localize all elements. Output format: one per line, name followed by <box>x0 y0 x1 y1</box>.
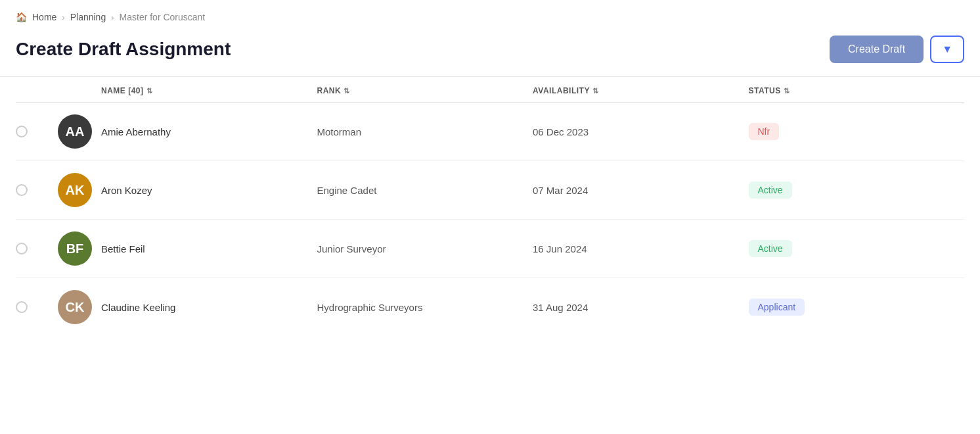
avatar-cell-4: CK <box>49 290 101 324</box>
availability-cell-2: 07 Mar 2024 <box>533 185 749 196</box>
home-icon: 🏠 <box>16 12 27 22</box>
avatar-2: AK <box>58 173 92 207</box>
sort-status-icon[interactable]: ⇅ <box>784 87 790 95</box>
row-checkbox-3[interactable] <box>16 243 49 254</box>
col-checkbox <box>16 86 49 95</box>
name-cell-1: Amie Abernathy <box>101 126 317 137</box>
crew-table: NAME [40] ⇅ RANK ⇅ AVAILABILITY ⇅ STATUS… <box>0 77 980 336</box>
availability-cell-4: 31 Aug 2024 <box>533 302 749 313</box>
col-availability: AVAILABILITY ⇅ <box>533 86 749 95</box>
breadcrumb-sep-1: › <box>62 12 64 22</box>
table-row: BF Bettie Feil Junior Surveyor 16 Jun 20… <box>16 220 964 278</box>
col-status: STATUS ⇅ <box>749 86 965 95</box>
avatar-4: CK <box>58 290 92 324</box>
rank-cell-2: Engine Cadet <box>317 185 533 196</box>
table-header: NAME [40] ⇅ RANK ⇅ AVAILABILITY ⇅ STATUS… <box>16 77 964 103</box>
avatar-3: BF <box>58 231 92 266</box>
col-rank: RANK ⇅ <box>317 86 533 95</box>
header-actions: Create Draft ▼ <box>830 36 964 63</box>
breadcrumb: 🏠 Home › Planning › Master for Coruscant <box>0 0 980 29</box>
table-row: AA Amie Abernathy Motorman 06 Dec 2023 N… <box>16 103 964 161</box>
status-cell-2: Active <box>749 181 965 199</box>
breadcrumb-home[interactable]: Home <box>32 12 56 22</box>
sort-availability-icon[interactable]: ⇅ <box>592 87 599 95</box>
name-cell-4: Claudine Keeling <box>101 302 317 313</box>
checkbox-3[interactable] <box>16 243 28 254</box>
rank-cell-3: Junior Surveyor <box>317 243 533 254</box>
status-badge-1: Nfr <box>749 123 780 140</box>
breadcrumb-planning[interactable]: Planning <box>70 12 106 22</box>
table-body: AA Amie Abernathy Motorman 06 Dec 2023 N… <box>16 103 964 336</box>
avatar-cell-2: AK <box>49 173 101 207</box>
table-row: AK Aron Kozey Engine Cadet 07 Mar 2024 A… <box>16 161 964 220</box>
sort-name-icon[interactable]: ⇅ <box>146 87 153 95</box>
status-cell-1: Nfr <box>749 123 965 140</box>
create-draft-button[interactable]: Create Draft <box>830 36 924 63</box>
checkbox-2[interactable] <box>16 184 28 196</box>
table-row: CK Claudine Keeling Hydrographic Surveyo… <box>16 278 964 336</box>
name-cell-2: Aron Kozey <box>101 185 317 196</box>
checkbox-1[interactable] <box>16 126 28 137</box>
status-cell-4: Applicant <box>749 299 965 316</box>
row-checkbox-2[interactable] <box>16 184 49 196</box>
avatar-cell-1: AA <box>49 114 101 149</box>
col-avatar <box>49 86 101 95</box>
avatar-1: AA <box>58 114 92 149</box>
status-badge-4: Applicant <box>749 299 805 316</box>
sort-rank-icon[interactable]: ⇅ <box>344 87 350 95</box>
status-badge-2: Active <box>749 181 792 199</box>
status-badge-3: Active <box>749 240 792 257</box>
rank-cell-4: Hydrographic Surveyors <box>317 302 533 313</box>
filter-button[interactable]: ▼ <box>930 36 964 63</box>
page-title: Create Draft Assignment <box>16 39 231 60</box>
row-checkbox-1[interactable] <box>16 126 49 137</box>
breadcrumb-current: Master for Coruscant <box>120 12 206 22</box>
page-header: Create Draft Assignment Create Draft ▼ <box>0 29 980 76</box>
availability-cell-1: 06 Dec 2023 <box>533 126 749 137</box>
col-name: NAME [40] ⇅ <box>101 86 317 95</box>
filter-icon: ▼ <box>942 43 952 55</box>
name-cell-3: Bettie Feil <box>101 243 317 254</box>
checkbox-4[interactable] <box>16 301 28 313</box>
breadcrumb-sep-2: › <box>111 12 114 22</box>
rank-cell-1: Motorman <box>317 126 533 137</box>
row-checkbox-4[interactable] <box>16 301 49 313</box>
status-cell-3: Active <box>749 240 965 257</box>
avatar-cell-3: BF <box>49 231 101 266</box>
availability-cell-3: 16 Jun 2024 <box>533 243 749 254</box>
